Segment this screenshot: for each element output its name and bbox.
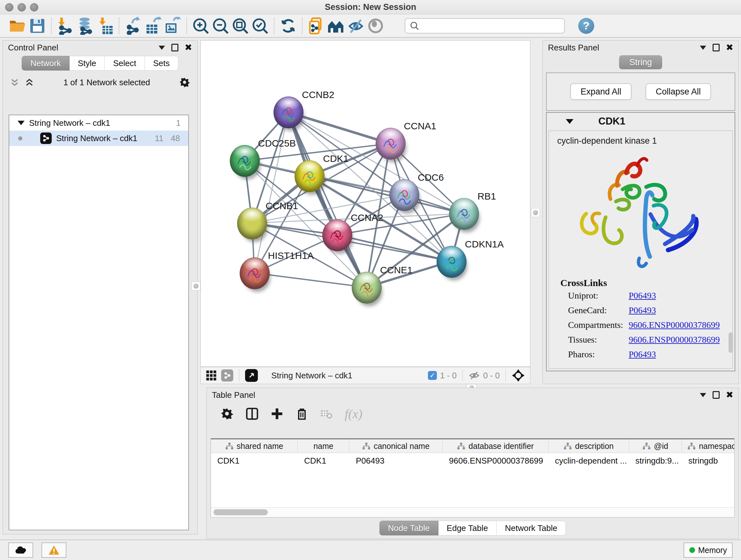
table-cell[interactable]: CDK1 [211,456,298,466]
open-session-button[interactable] [8,16,27,36]
crosslink-link[interactable]: P06493 [629,291,656,301]
network-node-CCNA1[interactable] [376,128,406,160]
crosslink-link[interactable]: 9606.ENSP00000378699 [629,334,720,345]
crosslink-link[interactable]: P06493 [629,305,656,315]
hide-selected-button[interactable] [346,16,366,36]
crosslink-link[interactable]: P06493 [629,349,656,360]
table-panel-title: Table Panel [212,390,255,400]
network-collection-row[interactable]: String Network – cdk1 1 [9,115,188,131]
show-columns-icon[interactable] [246,408,259,420]
tab-node-table[interactable]: Node Table [380,521,439,536]
collapse-all-tree-icon[interactable] [10,78,19,87]
table-cell[interactable]: CDK1 [298,456,349,466]
import-network-database-button[interactable] [75,16,95,36]
export-network-button[interactable] [123,16,143,36]
tab-style[interactable]: Style [70,56,105,71]
table-cell[interactable]: stringdb [682,456,735,466]
column-header-shared-name[interactable]: shared name [211,439,298,453]
network-node-CDC25B[interactable] [230,145,260,177]
network-node-CCNB1[interactable] [237,207,267,240]
network-node-CCNE1[interactable] [352,272,382,304]
memory-button[interactable]: Memory [684,543,733,558]
network-node-CDK1[interactable] [294,160,325,192]
detach-view-icon[interactable] [221,369,233,381]
zoom-fit-button[interactable] [230,16,250,36]
refresh-button[interactable] [278,16,298,36]
tab-edge-table[interactable]: Edge Table [439,521,497,536]
birdseye-view-icon[interactable] [245,369,258,382]
search-input[interactable] [422,20,564,31]
expand-all-tree-icon[interactable] [24,78,34,87]
column-header-description[interactable]: description [549,439,629,453]
table-cell[interactable]: P06493 [349,456,443,466]
float-panel-icon[interactable] [158,46,165,50]
cloud-status-button[interactable] [8,543,33,558]
table-horizontal-scrollbar[interactable] [211,507,734,517]
network-node-CCNB2[interactable] [273,97,304,128]
tree-expand-caret-icon[interactable] [17,121,24,125]
column-header-database-identifier[interactable]: database identifier [443,439,549,453]
selected-count-checkbox[interactable]: ✓ [428,371,437,380]
table-cell[interactable]: 9606.ENSP00000378699 [443,456,549,466]
crosslink-link[interactable]: 9606.ENSP00000378699 [629,320,720,330]
tab-string[interactable]: String [619,55,662,69]
table-row[interactable]: CDK1CDK1P064939606.ENSP00000378699cyclin… [211,453,734,469]
float-panel-icon[interactable] [700,393,706,397]
network-node-CDKN1A[interactable] [436,246,467,278]
table-options-gear-icon[interactable] [221,408,233,420]
tab-network-table[interactable]: Network Table [496,521,566,536]
first-neighbors-button[interactable] [326,16,346,36]
warnings-button[interactable] [42,543,66,558]
crosslinks-heading: CrossLinks [560,277,732,288]
results-scrollbar-thumb[interactable] [729,332,733,353]
show-all-button[interactable] [366,16,386,36]
hidden-count-eye-icon[interactable] [468,371,480,380]
column-header-@id[interactable]: @id [629,439,682,453]
tab-network[interactable]: Network [22,56,69,71]
expand-all-button[interactable]: Expand All [570,83,631,100]
network-canvas[interactable]: CCNB2CCNA1CDC25BCDK1CDC6RB1CCNB1CCNA2CDK… [200,40,530,367]
zoom-selected-button[interactable] [250,16,270,36]
maximize-panel-icon[interactable] [713,44,720,51]
help-button[interactable]: ? [578,18,594,34]
maximize-panel-icon[interactable] [172,44,179,51]
import-network-file-button[interactable] [56,16,75,36]
left-splitter-handle[interactable] [192,282,200,291]
network-node-CDC6[interactable] [389,179,419,211]
zoom-out-button[interactable] [211,16,230,36]
network-node-HIST1H1A[interactable] [240,257,270,289]
column-header-namespace[interactable]: namespace [682,439,735,453]
export-table-button[interactable] [143,16,163,36]
zoom-in-button[interactable] [191,16,211,36]
close-panel-icon[interactable]: ✖ [185,43,192,52]
close-panel-icon[interactable]: ✖ [726,43,733,52]
table-cell[interactable]: cyclin-dependent ... [549,456,629,466]
import-table-file-button[interactable] [95,16,115,36]
maximize-panel-icon[interactable] [713,391,720,399]
right-splitter-handle[interactable] [531,208,540,217]
pan-crosshair-icon[interactable] [512,369,525,382]
tab-sets[interactable]: Sets [145,56,179,71]
node-section-header[interactable]: CDK1 [547,113,735,130]
float-panel-icon[interactable] [700,46,706,50]
network-options-gear-icon[interactable] [179,77,190,88]
node-label-CCNB1: CCNB1 [266,200,298,211]
add-column-icon[interactable] [271,408,283,420]
network-from-selection-button[interactable] [307,16,326,36]
table-cell[interactable]: stringdb:9... [629,456,682,466]
collapse-all-button[interactable]: Collapse All [646,83,711,100]
export-image-button[interactable] [163,16,183,36]
grid-view-icon[interactable] [206,370,217,381]
network-node-CCNA2[interactable] [322,219,352,251]
close-panel-icon[interactable]: ✖ [726,390,733,399]
tab-select[interactable]: Select [105,56,145,71]
network-node-RB1[interactable] [449,198,479,230]
table-scrollbar-thumb[interactable] [213,509,268,515]
search-field[interactable] [405,18,565,34]
section-collapse-caret-icon[interactable] [566,119,574,124]
save-session-button[interactable] [27,16,47,36]
network-row[interactable]: String Network – cdk1 11 48 [9,131,188,146]
column-header-canonical-name[interactable]: canonical name [349,439,443,453]
delete-column-icon[interactable] [295,408,308,420]
column-header-name[interactable]: name [298,439,349,453]
